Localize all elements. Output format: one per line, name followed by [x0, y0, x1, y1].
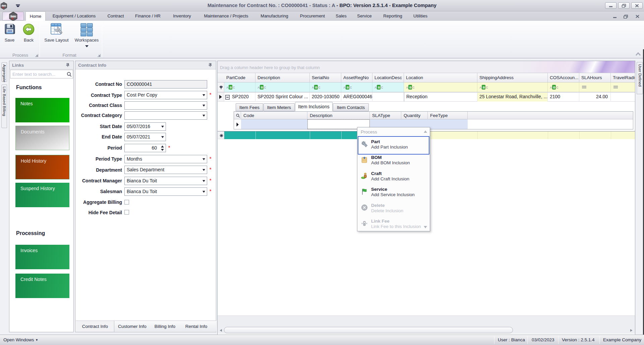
svg-text:C: C — [318, 86, 320, 89]
svg-text:B: B — [483, 85, 485, 89]
svg-text:B: B — [230, 85, 232, 89]
svg-text:C: C — [486, 86, 488, 89]
svg-text:A: A — [550, 86, 552, 89]
svg-text:C: C — [233, 86, 235, 89]
svg-text:C: C — [264, 86, 266, 89]
svg-text:A: A — [375, 86, 377, 89]
svg-text:A: A — [227, 86, 229, 89]
svg-text:A: A — [480, 86, 482, 89]
svg-text:C: C — [413, 86, 415, 89]
svg-text:B: B — [409, 85, 412, 89]
svg-text:bpo: bpo — [11, 15, 16, 18]
svg-text:A: A — [406, 86, 408, 89]
svg-text:B: B — [261, 85, 263, 89]
svg-text:C: C — [381, 86, 383, 89]
svg-text:A: A — [258, 86, 260, 89]
svg-text:B: B — [553, 85, 555, 89]
svg-text:A: A — [312, 86, 314, 89]
svg-text:B: B — [378, 85, 380, 89]
svg-text:C: C — [557, 86, 559, 89]
svg-text:C: C — [350, 86, 352, 89]
svg-text:B: B — [315, 85, 317, 89]
svg-text:A: A — [344, 86, 346, 89]
svg-text:B: B — [347, 85, 349, 89]
